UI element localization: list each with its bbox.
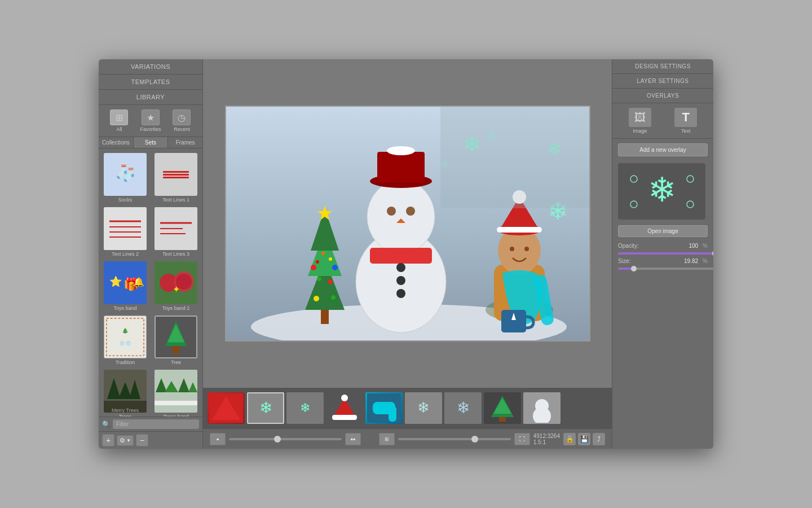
item-thumb-socks: 🧦 — [104, 153, 147, 196]
lib-icon-all[interactable]: ⊞ All — [110, 110, 128, 132]
right-panel: DESIGN SETTINGS LAYER SETTINGS OVERLAYS … — [612, 59, 713, 449]
size-row: Size: 19.82 % — [612, 256, 713, 266]
list-item[interactable]: ✦ Toys band 2 — [152, 260, 200, 312]
svg-text:🧦: 🧦 — [115, 163, 136, 183]
size-slider[interactable] — [618, 268, 713, 270]
item-label-textlines3: Text Lines 3 — [162, 251, 189, 257]
tab-frames[interactable]: Frames — [168, 137, 202, 148]
list-item[interactable]: 🧦 Socks — [101, 152, 149, 204]
fullscreen-icon[interactable]: ⛶ — [514, 433, 530, 445]
coordinates-display: 4912:3264 1.5:1 — [533, 433, 560, 445]
item-label-toysband2: Toys band 2 — [162, 305, 190, 311]
library-header[interactable]: LIBRARY — [99, 90, 202, 105]
svg-rect-47 — [370, 248, 432, 264]
list-item[interactable]: Merry Trees Trees — [101, 369, 149, 417]
svg-point-51 — [396, 263, 405, 272]
recent-label: Recent — [174, 126, 190, 132]
opacity-label: Opacity: — [618, 243, 646, 249]
filmstrip-item[interactable]: ❄ — [405, 392, 442, 424]
add-item-button[interactable]: + — [102, 434, 114, 446]
svg-text:❄: ❄ — [259, 399, 272, 417]
export-icon[interactable]: ⤴ — [593, 433, 605, 445]
filter-input[interactable] — [113, 419, 199, 429]
filmstrip-item[interactable] — [208, 392, 245, 424]
zoom-slider-left[interactable] — [229, 438, 342, 440]
design-settings-header[interactable]: DESIGN SETTINGS — [612, 59, 713, 74]
lock-icon[interactable]: 🔒 — [563, 433, 576, 445]
filmstrip-item[interactable]: ❄ — [247, 392, 284, 424]
gear-icon: ⚙ — [120, 437, 125, 444]
list-item[interactable]: Text Lines 3 — [152, 206, 200, 258]
svg-rect-89 — [440, 107, 590, 208]
variations-header[interactable]: VARIATIONS — [99, 59, 202, 75]
item-label-tradition: Tradition — [116, 360, 135, 365]
svg-point-59 — [311, 265, 316, 270]
opacity-unit: % — [703, 243, 708, 249]
main-canvas: ❄ ❄ ❄ ❄ ❄ — [203, 59, 612, 449]
filmstrip-item[interactable]: ❄ — [286, 392, 324, 424]
list-item[interactable]: Text Lines 1 — [152, 152, 200, 204]
library-icons: ⊞ All ★ Favorites ◷ Recent — [99, 105, 202, 137]
list-item[interactable]: Tree — [152, 314, 200, 366]
left-panel: VARIATIONS TEMPLATES LIBRARY ⊞ All ★ Fav… — [99, 59, 203, 449]
canvas-area: ❄ ❄ ❄ ❄ ❄ — [203, 59, 612, 388]
svg-rect-27 — [173, 346, 179, 353]
svg-text:❄: ❄ — [648, 171, 676, 209]
filmstrip-item[interactable] — [365, 392, 403, 424]
svg-text:❄️❄️: ❄️❄️ — [119, 340, 131, 347]
zoom-slider-right[interactable] — [398, 438, 511, 440]
item-thumb-textlines3 — [155, 207, 197, 250]
overlay-image-button[interactable]: 🖼 Image — [629, 108, 651, 134]
list-item[interactable]: 🎄 ❄️❄️ Tradition — [101, 314, 149, 366]
tab-sets[interactable]: Sets — [134, 137, 169, 148]
canvas-bottom-bar: ▪ ▪▪ ⊞ ⛶ 4912:3264 1.5:1 🔒 💾 ⤴ — [203, 428, 612, 449]
layer-settings-header[interactable]: LAYER SETTINGS — [612, 74, 713, 89]
save-icon[interactable]: 💾 — [578, 433, 590, 445]
svg-point-45 — [406, 207, 415, 216]
item-thumb-toysband2: ✦ — [155, 261, 197, 304]
item-thumb-toysband: ⭐ 🎁 🔔 — [104, 261, 147, 304]
overlay-text-button[interactable]: T Text — [674, 108, 697, 134]
svg-point-64 — [331, 295, 336, 300]
filmstrip-item[interactable] — [523, 392, 561, 424]
filmstrip-item[interactable]: ❄ — [444, 392, 482, 424]
opacity-slider[interactable] — [618, 252, 713, 255]
lib-icon-recent[interactable]: ◷ Recent — [173, 110, 191, 132]
tab-collections[interactable]: Collections — [99, 137, 134, 148]
settings-gear-button[interactable]: ⚙ ▼ — [117, 435, 134, 446]
zoom-handle-left[interactable] — [274, 436, 281, 443]
remove-item-button[interactable]: − — [136, 434, 148, 446]
all-label: All — [116, 126, 122, 132]
zoom-box-right[interactable]: ⊞ — [379, 433, 395, 445]
open-image-button[interactable]: Open image — [618, 225, 708, 237]
filmstrip-item[interactable] — [326, 392, 363, 424]
svg-rect-39 — [155, 401, 197, 405]
zoom-small-icon[interactable]: ▪ — [210, 433, 226, 445]
item-label-tree: Tree — [171, 360, 181, 365]
opacity-value: 100 — [689, 243, 698, 249]
list-item[interactable]: Trees band — [152, 369, 200, 417]
zoom-large-icon[interactable]: ▪▪ — [345, 433, 361, 445]
svg-rect-20 — [104, 316, 146, 358]
svg-rect-57 — [321, 310, 329, 324]
templates-header[interactable]: TEMPLATES — [99, 75, 202, 90]
overlays-header[interactable]: OVERLAYS — [612, 89, 713, 103]
svg-rect-110 — [499, 417, 506, 422]
list-item[interactable]: Text Lines 2 — [101, 206, 149, 258]
svg-text:❄: ❄ — [417, 399, 430, 416]
size-label: Size: — [618, 258, 646, 264]
zoom-handle-right[interactable] — [471, 436, 478, 443]
lib-icon-favorites[interactable]: ★ Favorites — [140, 110, 161, 132]
svg-point-50 — [387, 146, 415, 155]
svg-text:✦: ✦ — [173, 284, 180, 294]
svg-point-67 — [316, 260, 319, 264]
all-icon: ⊞ — [110, 110, 128, 125]
filmstrip-item[interactable] — [484, 392, 521, 424]
add-overlay-button[interactable]: Add a new overlay — [618, 143, 708, 156]
svg-point-75 — [510, 247, 514, 251]
size-slider-handle[interactable] — [631, 266, 637, 271]
svg-point-43 — [367, 180, 435, 253]
list-item[interactable]: ⭐ 🎁 🔔 Toys band — [101, 260, 149, 312]
text-overlay-label: Text — [681, 128, 691, 134]
recent-icon: ◷ — [173, 110, 191, 125]
